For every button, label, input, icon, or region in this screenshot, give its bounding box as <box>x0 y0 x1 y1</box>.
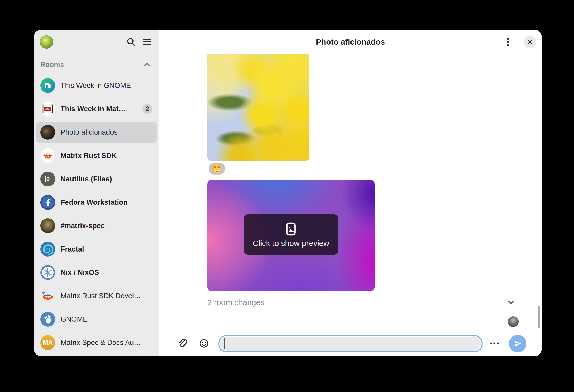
rooms-section-label: Rooms <box>40 61 64 69</box>
text-cursor <box>224 338 225 349</box>
paperclip-icon <box>176 337 188 350</box>
hamburger-menu-icon <box>141 36 153 48</box>
avatar-initials: MA <box>43 339 53 346</box>
rooms-section-header[interactable]: Rooms <box>34 54 159 75</box>
room-name: This Week in GNOME <box>61 82 152 90</box>
room-avatar-fractal-spiral <box>40 242 55 257</box>
search-icon <box>125 36 137 48</box>
room-avatar-matrix-spec-photo <box>40 218 55 233</box>
sidebar-item-this-week-in-gnome[interactable]: This Week in GNOME <box>36 75 157 96</box>
sidebar-item-nix-nixos[interactable]: Nix / NixOS <box>36 262 157 283</box>
room-avatar-twig-newspaper <box>40 78 55 93</box>
room-title: Photo aficionados <box>159 30 542 54</box>
image-message-mimosa-flowers[interactable] <box>207 54 309 161</box>
attach-file-button[interactable] <box>176 338 188 349</box>
show-preview-label: Click to show preview <box>253 239 329 248</box>
reaction-pill[interactable] <box>209 163 225 175</box>
room-changes-summary: 2 room changes <box>207 297 264 308</box>
room-name: #matrix-spec <box>61 222 152 230</box>
room-name: This Week in Mat… <box>61 105 137 113</box>
read-receipt-avatar <box>508 316 519 327</box>
room-avatar-gnome-foot <box>40 312 55 327</box>
smiley-icon <box>198 337 210 350</box>
sidebar-item-this-week-in-matrix[interactable]: THEWEEK This Week in Mat… 2 <box>36 98 157 120</box>
room-avatar-nix-snowflake <box>40 265 55 280</box>
message-composer <box>159 335 542 352</box>
send-paper-plane-icon <box>513 339 522 348</box>
unread-count-badge: 2 <box>142 104 152 114</box>
sidebar-header <box>34 30 159 54</box>
room-name: Fedora Workstation <box>61 198 152 207</box>
room-name: Fractal <box>61 245 152 253</box>
room-name: GNOME <box>61 315 152 323</box>
show-preview-button[interactable]: Click to show preview <box>244 214 338 255</box>
room-avatar-fedora-logo <box>40 195 55 210</box>
room-avatar-ma-initials: MA <box>40 335 55 350</box>
sidebar-item-nautilus-files[interactable]: Nautilus (Files) <box>36 168 157 190</box>
message-input[interactable] <box>218 335 483 352</box>
sidebar-item-photo-aficionados[interactable]: Photo aficionados <box>36 122 157 143</box>
sidebar: Rooms This Week in GNOME THEWEEK This <box>34 30 159 356</box>
sidebar-item-matrix-rust-sdk[interactable]: Matrix Rust SDK <box>36 145 157 166</box>
fractal-app-window: Rooms This Week in GNOME THEWEEK This <box>34 30 542 356</box>
chat-header: Photo aficionados <box>159 30 542 54</box>
room-avatar-photo-aficionados <box>40 125 55 140</box>
ellipsis-icon <box>488 337 500 350</box>
room-name: Matrix Spec & Docs Au… <box>61 339 152 347</box>
svg-text:THE: THE <box>46 107 50 109</box>
expand-room-changes-button[interactable] <box>505 296 517 308</box>
search-button[interactable] <box>125 36 137 48</box>
chat-panel: Photo aficionados <box>159 30 542 356</box>
sidebar-item-matrix-spec[interactable]: #matrix-spec <box>36 215 157 236</box>
svg-text:WEEK: WEEK <box>45 109 50 111</box>
send-message-button[interactable] <box>509 335 526 352</box>
kebab-menu-icon <box>502 36 514 48</box>
room-menu-button[interactable] <box>502 36 514 48</box>
sidebar-item-gnome[interactable]: GNOME <box>36 309 157 330</box>
room-avatar-ferris-crab <box>40 148 55 163</box>
room-avatar-file-cabinet <box>40 172 55 186</box>
sidebar-item-matrix-rust-sdk-developers[interactable]: Matrix Rust SDK Devel… <box>36 285 157 306</box>
room-name: Nix / NixOS <box>61 269 152 277</box>
chevron-up-icon <box>141 59 153 70</box>
main-menu-button[interactable] <box>141 36 153 48</box>
more-options-button[interactable] <box>489 338 500 349</box>
sidebar-item-fractal[interactable]: Fractal <box>36 238 157 260</box>
room-list: This Week in GNOME THEWEEK This Week in … <box>34 75 159 356</box>
room-name: Photo aficionados <box>61 128 152 137</box>
close-icon <box>526 38 534 46</box>
desktop-background: Rooms This Week in GNOME THEWEEK This <box>0 0 574 392</box>
room-name: Nautilus (Files) <box>61 175 152 183</box>
room-avatar-ferris-builder <box>40 288 55 303</box>
star-struck-emoji-icon <box>212 164 222 174</box>
close-window-button[interactable] <box>524 36 536 48</box>
sidebar-item-fedora-workstation[interactable]: Fedora Workstation <box>36 192 157 213</box>
room-avatar-the-week: THEWEEK <box>40 101 55 116</box>
blurred-media-preview-card[interactable]: Click to show preview <box>207 180 375 291</box>
image-placeholder-icon <box>283 221 299 237</box>
sidebar-item-matrix-spec-docs[interactable]: MA Matrix Spec & Docs Au… <box>36 332 157 353</box>
room-name: Matrix Rust SDK <box>61 152 152 160</box>
timeline-scrollbar-thumb[interactable] <box>538 306 540 328</box>
emoji-picker-button[interactable] <box>198 338 210 349</box>
chevron-down-icon <box>505 296 517 308</box>
user-account-avatar[interactable] <box>40 35 53 49</box>
room-name: Matrix Rust SDK Devel… <box>61 292 152 300</box>
